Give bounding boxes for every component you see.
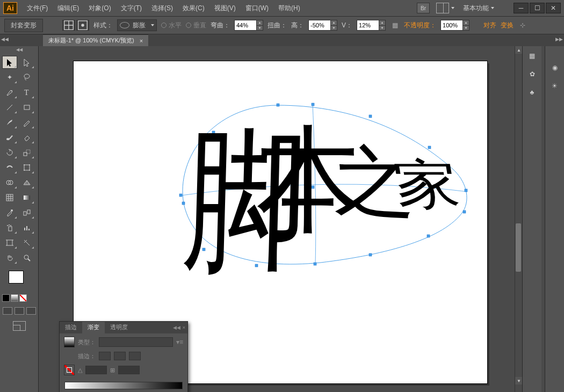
collapse-chevron-icon[interactable]: ◀◀	[16, 47, 23, 52]
lasso-tool[interactable]	[19, 71, 34, 84]
scroll-down-icon[interactable]: ▼	[515, 377, 522, 384]
perspective-grid-tool[interactable]	[19, 176, 34, 189]
menu-type[interactable]: 文字(T)	[117, 2, 146, 15]
opacity-label[interactable]: 不透明度：	[404, 21, 436, 30]
symbol-sprayer-tool[interactable]	[2, 221, 17, 234]
horizontal-radio[interactable]: 水平	[161, 21, 182, 30]
line-tool[interactable]	[2, 101, 17, 114]
aspect-input[interactable]	[118, 366, 140, 374]
menu-window[interactable]: 窗口(W)	[241, 2, 273, 15]
distort-v-input[interactable]: 12%▲▼	[357, 20, 386, 31]
tab-gradient[interactable]: 渐变	[82, 322, 105, 333]
panel-swatches-icon[interactable]: ☀	[548, 79, 561, 92]
fill-swatch[interactable]	[9, 271, 24, 284]
menu-object[interactable]: 对象(O)	[84, 2, 115, 15]
panel-menu-icon[interactable]: ▾≡	[176, 338, 183, 346]
direct-selection-tool[interactable]	[19, 56, 34, 69]
column-graph-tool[interactable]	[19, 221, 34, 234]
scale-tool[interactable]	[19, 146, 34, 159]
expand-left-chevron-icon[interactable]: ◀◀	[1, 35, 9, 43]
none-mode-icon[interactable]	[19, 294, 27, 302]
workspace-dropdown[interactable]: 基本功能	[461, 3, 496, 14]
gradient-slider[interactable]	[64, 382, 183, 389]
opacity-input[interactable]: 100%▲▼	[440, 20, 469, 31]
eyedropper-tool[interactable]	[2, 206, 17, 219]
minimize-button[interactable]: ─	[514, 3, 529, 13]
envelope-object[interactable]: 脚 本 之 家	[154, 99, 471, 271]
vertical-radio[interactable]: 垂直	[186, 21, 206, 30]
blob-brush-tool[interactable]	[2, 131, 17, 144]
panel-color-icon[interactable]: ◉	[548, 61, 561, 74]
bridge-icon[interactable]: Br	[417, 3, 430, 13]
stroke-grad-across-icon[interactable]	[129, 352, 141, 360]
pencil-tool[interactable]	[19, 116, 34, 129]
pen-tool[interactable]	[2, 86, 17, 99]
align-link[interactable]: 对齐	[483, 21, 496, 30]
gradient-tool[interactable]	[19, 191, 34, 204]
menu-view[interactable]: 视图(V)	[210, 2, 240, 15]
color-mode-icon[interactable]	[2, 294, 10, 302]
type-tool[interactable]: T	[19, 86, 34, 99]
envelope-options-icon[interactable]: ▦	[390, 20, 400, 30]
blend-tool[interactable]	[19, 206, 34, 219]
panel-grid-icon[interactable]: ▦	[526, 49, 539, 62]
color-swatches[interactable]	[2, 271, 36, 289]
rectangle-tool[interactable]	[19, 101, 34, 114]
rotate-tool[interactable]	[2, 146, 17, 159]
distort-h-label: 高：	[291, 21, 304, 30]
collapse-icon[interactable]: ◀◀	[173, 325, 180, 330]
menu-select[interactable]: 选择(S)	[147, 2, 177, 15]
document-tab[interactable]: 未标题-1* @ 100% (CMYK/预览) ×	[43, 34, 148, 46]
panel-symbols-icon[interactable]: ♣	[526, 86, 539, 99]
edit-contents-button[interactable]	[76, 20, 89, 31]
stroke-grad-within-icon[interactable]	[99, 352, 111, 360]
paintbrush-tool[interactable]	[2, 116, 17, 129]
scrollbar-thumb[interactable]	[516, 223, 521, 272]
gradient-type-dropdown[interactable]	[99, 337, 173, 347]
gradient-mode-icon[interactable]	[11, 294, 18, 302]
transform-link[interactable]: 变换	[501, 21, 514, 30]
distort-h-input[interactable]: -50%▲▼	[308, 20, 337, 31]
tab-stroke[interactable]: 描边	[60, 322, 82, 333]
style-dropdown[interactable]: 膨胀	[117, 19, 157, 31]
artboard-tool[interactable]	[2, 236, 17, 249]
gradient-preview[interactable]	[64, 337, 75, 347]
menu-effect[interactable]: 效果(C)	[178, 2, 209, 15]
draw-behind-icon[interactable]	[15, 307, 24, 315]
menu-file[interactable]: 文件(F)	[23, 2, 52, 15]
svg-point-4	[11, 90, 12, 91]
close-button[interactable]: ✕	[546, 3, 561, 13]
zoom-tool[interactable]	[19, 251, 34, 264]
maximize-button[interactable]: ☐	[530, 3, 545, 13]
draw-normal-icon[interactable]	[3, 307, 12, 315]
vertical-scrollbar[interactable]: ▲ ▼	[515, 46, 522, 392]
menu-edit[interactable]: 编辑(E)	[53, 2, 83, 15]
tab-close-icon[interactable]: ×	[140, 38, 143, 44]
chevron-down-icon[interactable]	[451, 7, 454, 9]
magic-wand-tool[interactable]: ✦	[2, 71, 17, 84]
selection-tool[interactable]	[2, 56, 17, 69]
edit-envelope-button[interactable]	[62, 20, 75, 31]
menu-help[interactable]: 帮助(H)	[274, 2, 305, 15]
stroke-preview[interactable]	[64, 365, 75, 375]
hand-tool[interactable]	[2, 251, 17, 264]
expand-right-chevron-icon[interactable]: ▶▶	[555, 35, 563, 43]
stroke-grad-along-icon[interactable]	[114, 352, 126, 360]
tab-transparency[interactable]: 透明度	[105, 322, 133, 333]
shape-builder-tool[interactable]	[2, 176, 17, 189]
width-tool[interactable]	[2, 161, 17, 174]
angle-input[interactable]	[85, 366, 107, 374]
panel-close-icon[interactable]: ×	[183, 325, 185, 330]
eraser-tool[interactable]	[19, 131, 34, 144]
mesh-tool[interactable]	[2, 191, 17, 204]
screen-mode-icon[interactable]	[13, 321, 26, 331]
scroll-up-icon[interactable]: ▲	[515, 46, 522, 54]
bend-input[interactable]: 44%▲▼	[234, 20, 263, 31]
free-transform-tool[interactable]	[19, 161, 34, 174]
slice-tool[interactable]	[19, 236, 34, 249]
draw-inside-icon[interactable]	[26, 307, 36, 315]
panel-brushes-icon[interactable]: ✿	[526, 68, 539, 81]
gradient-panel[interactable]: 描边 渐变 透明度 ◀◀× 类型： ▾≡ 描边： △ ⊞	[59, 321, 188, 392]
layout-arrange-icon[interactable]	[436, 3, 449, 13]
isolate-icon[interactable]: ⊹	[518, 20, 527, 30]
